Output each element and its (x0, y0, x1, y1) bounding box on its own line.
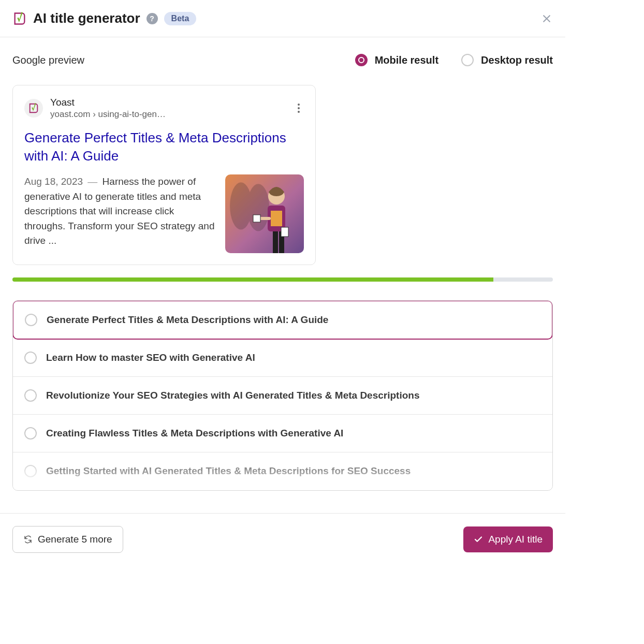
modal-body: Google preview Mobile result Desktop res… (0, 37, 565, 503)
apply-ai-title-label: Apply AI title (488, 534, 543, 545)
serp-site-name: Yoast (50, 97, 166, 108)
apply-ai-title-button[interactable]: Apply AI title (463, 526, 553, 552)
serp-thumbnail-image (225, 174, 304, 253)
svg-rect-5 (273, 231, 278, 253)
title-option-text: Revolutionize Your SEO Strategies with A… (46, 390, 419, 401)
serp-site-info: Yoast yoast.com › using-ai-to-gen… (50, 97, 166, 120)
title-option[interactable]: Creating Flawless Titles & Meta Descript… (13, 415, 552, 452)
mobile-result-option[interactable]: Mobile result (355, 54, 438, 66)
title-option[interactable]: Getting Started with AI Generated Titles… (13, 452, 552, 490)
modal-title: AI title generator (33, 10, 140, 26)
title-option[interactable]: Generate Perfect Titles & Meta Descripti… (12, 300, 553, 340)
modal-footer: Generate 5 more Apply AI title (0, 513, 565, 565)
serp-title: Generate Perfect Titles & Meta Descripti… (24, 129, 304, 165)
generate-more-label: Generate 5 more (38, 534, 112, 545)
radio-selected-icon (25, 314, 37, 326)
serp-description: Aug 18, 2023 — Harness the power of gene… (24, 174, 216, 253)
title-option-text: Generate Perfect Titles & Meta Descripti… (47, 314, 328, 326)
radio-selected-icon (355, 54, 368, 66)
svg-rect-3 (271, 211, 282, 226)
close-icon[interactable] (540, 12, 553, 25)
svg-rect-8 (253, 215, 260, 222)
google-serp-preview-card: Yoast yoast.com › using-ai-to-gen… Gener… (12, 85, 316, 265)
title-option[interactable]: Revolutionize Your SEO Strategies with A… (13, 377, 552, 415)
site-favicon-icon (24, 99, 43, 118)
check-icon (474, 535, 483, 544)
ai-title-generator-modal: AI title generator ? Beta Google preview… (0, 0, 565, 565)
svg-rect-9 (281, 227, 288, 237)
result-view-toggle: Mobile result Desktop result (355, 54, 553, 66)
title-option-text: Learn How to master SEO with Generative … (46, 352, 255, 363)
google-preview-label: Google preview (12, 54, 84, 66)
modal-header: AI title generator ? Beta (0, 0, 565, 37)
kebab-menu-icon[interactable] (294, 104, 304, 113)
radio-unselected-icon (24, 352, 37, 364)
serp-header: Yoast yoast.com › using-ai-to-gen… (24, 97, 304, 120)
radio-unselected-icon (24, 427, 37, 440)
title-option[interactable]: Learn How to master SEO with Generative … (13, 339, 552, 377)
help-icon[interactable]: ? (147, 13, 158, 24)
beta-badge: Beta (164, 12, 197, 25)
radio-unselected-icon (24, 389, 37, 402)
serp-site-url: yoast.com › using-ai-to-gen… (50, 109, 166, 120)
serp-dash: — (87, 176, 97, 187)
serp-body: Aug 18, 2023 — Harness the power of gene… (24, 174, 304, 253)
ai-title-suggestions-list: Generate Perfect Titles & Meta Descripti… (12, 300, 553, 491)
yoast-logo-icon (12, 11, 27, 26)
serp-date: Aug 18, 2023 (24, 176, 83, 187)
title-length-progress-bar (12, 277, 553, 282)
mobile-result-label: Mobile result (375, 54, 438, 66)
title-option-text: Getting Started with AI Generated Titles… (46, 465, 411, 477)
desktop-result-option[interactable]: Desktop result (461, 54, 553, 66)
desktop-result-label: Desktop result (481, 54, 553, 66)
preview-controls: Google preview Mobile result Desktop res… (12, 54, 553, 66)
radio-unselected-icon (24, 465, 37, 477)
title-option-text: Creating Flawless Titles & Meta Descript… (46, 428, 343, 439)
refresh-icon (23, 535, 33, 544)
radio-unselected-icon (461, 54, 474, 66)
generate-more-button[interactable]: Generate 5 more (12, 526, 123, 553)
progress-fill (12, 277, 493, 282)
